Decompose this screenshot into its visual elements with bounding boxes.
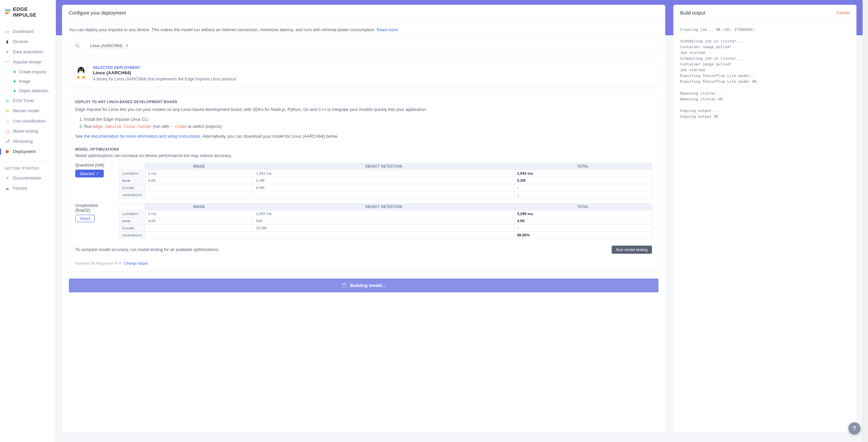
sidebar-subitem-image[interactable]: Image [9,77,56,86]
sidebar-item-dashboard[interactable]: ▭Dashboard [0,26,56,37]
nav-section-getting-started: GETTING STARTED [0,165,56,173]
sidebar-item-documentation[interactable]: ↗Documentation [0,173,56,183]
shuffle-icon: ⇄ [5,109,9,113]
spinner-icon [342,283,347,288]
model-opt-note: Model optimizations can increase on-devi… [75,153,652,158]
check-icon: ✓ [96,171,99,176]
svg-point-6 [80,69,80,70]
search-chip: Linux (AARCH64) ✕ [90,43,129,49]
sidebar-item-deployment[interactable]: ⬢Deployment [0,147,56,157]
status-dot-icon [14,71,16,73]
device-icon: ▮ [5,39,9,44]
deploy-card: Configure your deployment You can deploy… [62,5,665,432]
quantized-row: Quantized (int8) Selected✓ IMAGEOBJECT D… [75,163,652,198]
status-dot-icon [14,90,16,92]
deploy-intro: You can deploy your impulse to any devic… [69,27,658,32]
model-optimizations-section: MODEL OPTIMIZATIONS Model optimizations … [75,147,652,265]
compare-text: To compare model accuracy, run model tes… [75,247,219,252]
chip-remove-icon[interactable]: ✕ [125,43,129,48]
question-icon: ? [853,425,856,431]
quantized-title: Quantized (int8) [75,163,113,168]
chat-icon: ☁ [5,186,9,191]
selected-description: A binary for Linux (AARCH64) that implem… [93,77,237,81]
step-2: Run edge-impulse-linux-runner (run with … [84,123,652,130]
brand-logo[interactable]: EDGE IMPULSE [0,0,56,25]
help-fab-button[interactable]: ? [848,422,861,435]
build-output-title: Build output [680,10,705,16]
linux-section-text: Edge Impulse for Linux lets you run your… [75,107,652,113]
svg-line-1 [78,46,79,47]
package-icon: ⬢ [5,149,9,154]
branch-icon: ⎇ [5,139,9,144]
svg-point-0 [76,44,79,47]
linux-tux-icon [75,65,87,79]
run-model-testing-button[interactable]: Run model testing [612,246,652,254]
sidebar: EDGE IMPULSE ▭Dashboard ▮Devices ≡Data a… [0,0,56,442]
search-icon [75,43,80,49]
build-model-button[interactable]: Building model... [69,278,658,292]
sidebar-item-forums[interactable]: ☁Forums [0,183,56,193]
main-content: Configure your deployment You can deploy… [56,0,863,442]
sidebar-item-retrain-model[interactable]: ⇄Retrain model [0,106,56,116]
runner-command: edge-impulse-linux-runner [93,124,152,129]
selected-title: Linux (AARCH64) [93,70,237,75]
sidebar-subitem-create-impulse[interactable]: Create impulse [9,67,56,77]
deploy-title: Configure your deployment [62,5,665,21]
sidebar-item-devices[interactable]: ▮Devices [0,37,56,47]
monitor-icon: ▭ [5,29,9,34]
pulse-icon: 〰 [5,60,9,64]
svg-point-7 [82,69,82,70]
build-output-card: Build output Cancel Creating job... OK (… [673,5,856,432]
unoptimized-select-button[interactable]: Select [75,215,95,222]
sidebar-item-eon-tuner[interactable]: ◎EON Tuner [0,96,56,106]
external-link-icon: ↗ [5,176,9,180]
unoptimized-row: Unoptimized (float32) Select IMAGEOBJECT… [75,203,652,239]
impulse-subnav: Create impulse Image Object detection [0,67,56,96]
deployment-search[interactable]: Linux (AARCH64) ✕ [69,38,658,54]
clipboard-icon: ▢ [5,129,9,134]
clean-flag: --clean [170,124,186,129]
sidebar-item-model-testing[interactable]: ▢Model testing [0,126,56,136]
sidebar-subitem-object-detection[interactable]: Object detection [9,86,56,96]
status-dot-icon [14,80,16,82]
svg-point-9 [82,76,85,79]
sidebar-item-data-acquisition[interactable]: ≡Data acquisition [0,47,56,57]
primary-nav: ▭Dashboard ▮Devices ≡Data acquisition 〰I… [0,25,56,195]
scrollbar[interactable] [863,0,868,442]
quantized-table: IMAGEOBJECT DETECTIONTOTAL LATENCY1 ms.1… [119,163,652,198]
docs-reference: See the documentation for more informati… [75,133,652,140]
logo-mark-icon [5,9,11,14]
compare-row: To compare model accuracy, run model tes… [75,246,652,254]
quantized-select-button[interactable]: Selected✓ [75,170,104,177]
selected-label: SELECTED DEPLOYMENT [93,65,237,70]
svg-point-8 [77,76,80,79]
selected-deployment-box: SELECTED DEPLOYMENT Linux (AARCH64) A bi… [69,60,658,87]
brand-text: EDGE IMPULSE [13,6,51,18]
step-1: Install the Edge Impulse Linux CLI [84,116,652,123]
sidebar-item-impulse-design[interactable]: 〰Impulse design [0,57,56,67]
model-opt-header: MODEL OPTIMIZATIONS [75,147,652,151]
sidebar-item-versioning[interactable]: ⎇Versioning [0,136,56,147]
change-target-link[interactable]: Change target [124,261,148,265]
install-steps: Install the Edge Impulse Linux CLI Run e… [84,116,652,130]
estimate-note: Estimate for Raspberry Pi 4 · Change tar… [75,261,652,265]
deploy-instructions-section: DEPLOY TO ANY LINUX-BASED DEVELOPMENT BO… [69,94,658,272]
headphones-icon: ⌂ [5,119,9,123]
read-more-link[interactable]: Read more. [377,27,399,32]
database-icon: ≡ [5,50,9,54]
cancel-build-link[interactable]: Cancel [836,11,850,15]
build-log: Creating job... OK (ID: 17306685) Schedu… [673,21,856,125]
unoptimized-table: IMAGEOBJECT DETECTIONTOTAL LATENCY1 ms.3… [119,203,652,239]
target-icon: ◎ [5,98,9,103]
sidebar-item-live-classification[interactable]: ⌂Live classification [0,116,56,126]
unoptimized-title: Unoptimized (float32) [75,203,113,213]
nav-separator [5,161,51,162]
linux-section-header: DEPLOY TO ANY LINUX-BASED DEVELOPMENT BO… [75,100,652,104]
docs-link[interactable]: the documentation for more information a… [84,134,200,139]
